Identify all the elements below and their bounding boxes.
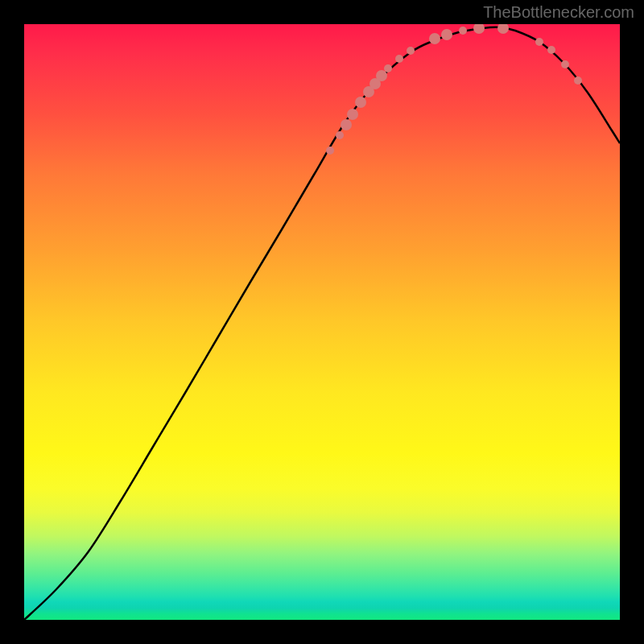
- curve-marker: [384, 64, 392, 72]
- chart-plot-area: [24, 24, 620, 620]
- curve-marker: [407, 47, 415, 55]
- curve-marker: [395, 55, 403, 63]
- curve-marker: [376, 70, 387, 81]
- curve-marker: [535, 38, 543, 46]
- curve-marker: [459, 27, 467, 35]
- curve-marker: [347, 109, 358, 120]
- curve-marker: [441, 29, 452, 40]
- curve-marker: [497, 24, 509, 34]
- curve-marker: [473, 24, 485, 34]
- curve-marker: [341, 119, 352, 130]
- bottleneck-curve: [24, 27, 620, 620]
- curve-marker: [336, 131, 344, 139]
- curve-marker: [574, 76, 582, 85]
- curve-marker: [561, 60, 569, 68]
- curve-marker: [326, 147, 334, 155]
- watermark-text: TheBottlenecker.com: [483, 3, 634, 22]
- curve-marker: [355, 97, 366, 108]
- curve-marker: [429, 33, 440, 44]
- curve-marker: [547, 46, 555, 54]
- chart-svg-layer: [24, 24, 620, 620]
